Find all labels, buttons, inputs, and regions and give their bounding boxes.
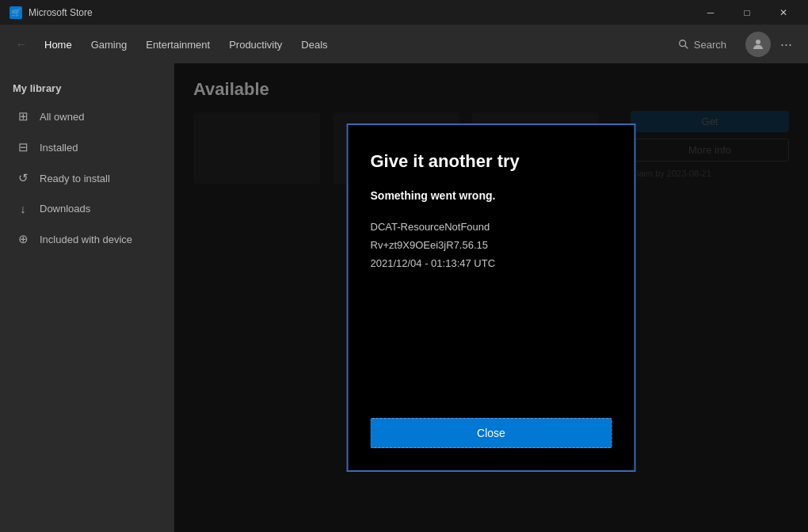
dialog-close-button[interactable]: Close <box>371 418 612 448</box>
sidebar-item-label: Included with device <box>40 234 132 245</box>
sidebar-item-label: All owned <box>40 111 84 123</box>
dialog-title: Give it another try <box>371 150 612 173</box>
svg-point-0 <box>680 40 686 47</box>
sidebar-item-all-owned[interactable]: ⊞ All owned <box>3 101 171 131</box>
error-timestamp: 2021/12/04 - 01:13:47 UTC <box>371 257 496 269</box>
restore-button[interactable]: □ <box>729 0 765 25</box>
sidebar: My library ⊞ All owned ⊟ Installed ↺ Rea… <box>0 63 174 532</box>
nav-deals[interactable]: Deals <box>293 34 335 55</box>
error-code: DCAT-ResourceNotFound <box>371 221 490 233</box>
title-bar-controls: ─ □ ✕ <box>692 0 802 25</box>
sidebar-item-installed[interactable]: ⊟ Installed <box>3 132 171 162</box>
nav-entertainment[interactable]: Entertainment <box>138 34 218 55</box>
sidebar-item-label: Downloads <box>40 203 90 215</box>
error-token: Rv+zt9X9OEei3jR7.56.15 <box>371 239 489 251</box>
included-with-device-icon: ⊕ <box>16 232 30 246</box>
nav-home[interactable]: Home <box>36 34 80 55</box>
content-area: Available Get More info Claim by 2023-08… <box>174 63 808 532</box>
sidebar-item-downloads[interactable]: ↓ Downloads <box>3 194 171 223</box>
all-owned-icon: ⊞ <box>16 109 30 124</box>
app-title: Microsoft Store <box>29 7 93 18</box>
back-button[interactable]: ← <box>10 32 33 57</box>
svg-line-1 <box>685 46 688 49</box>
minimize-button[interactable]: ─ <box>692 0 729 25</box>
installed-icon: ⊟ <box>16 140 30 154</box>
search-button[interactable]: Search <box>669 36 736 54</box>
sidebar-section-title: My library <box>0 76 174 101</box>
more-button[interactable]: ··· <box>774 33 798 56</box>
sidebar-item-label: Ready to install <box>40 173 110 184</box>
error-dialog: Give it another try Something went wrong… <box>347 124 636 472</box>
sidebar-item-included-with-device[interactable]: ⊕ Included with device <box>3 224 171 254</box>
profile-button[interactable] <box>745 32 771 57</box>
ready-to-install-icon: ↺ <box>16 171 30 185</box>
nav-bar: ← Home Gaming Entertainment Productivity… <box>0 25 808 63</box>
title-bar-left: 🛒 Microsoft Store <box>10 6 93 19</box>
dialog-error-details: DCAT-ResourceNotFound Rv+zt9X9OEei3jR7.5… <box>371 218 612 393</box>
nav-gaming[interactable]: Gaming <box>83 34 135 55</box>
nav-productivity[interactable]: Productivity <box>221 34 290 55</box>
sidebar-item-label: Installed <box>40 142 78 154</box>
downloads-icon: ↓ <box>16 202 30 215</box>
title-bar: 🛒 Microsoft Store ─ □ ✕ <box>0 0 808 25</box>
sidebar-item-ready-to-install[interactable]: ↺ Ready to install <box>3 163 171 193</box>
close-button[interactable]: ✕ <box>765 0 802 25</box>
app-icon: 🛒 <box>10 6 22 19</box>
search-label: Search <box>694 39 726 51</box>
svg-point-2 <box>756 40 760 44</box>
main-layout: My library ⊞ All owned ⊟ Installed ↺ Rea… <box>0 63 808 532</box>
dialog-subtitle: Something went wrong. <box>371 189 612 202</box>
